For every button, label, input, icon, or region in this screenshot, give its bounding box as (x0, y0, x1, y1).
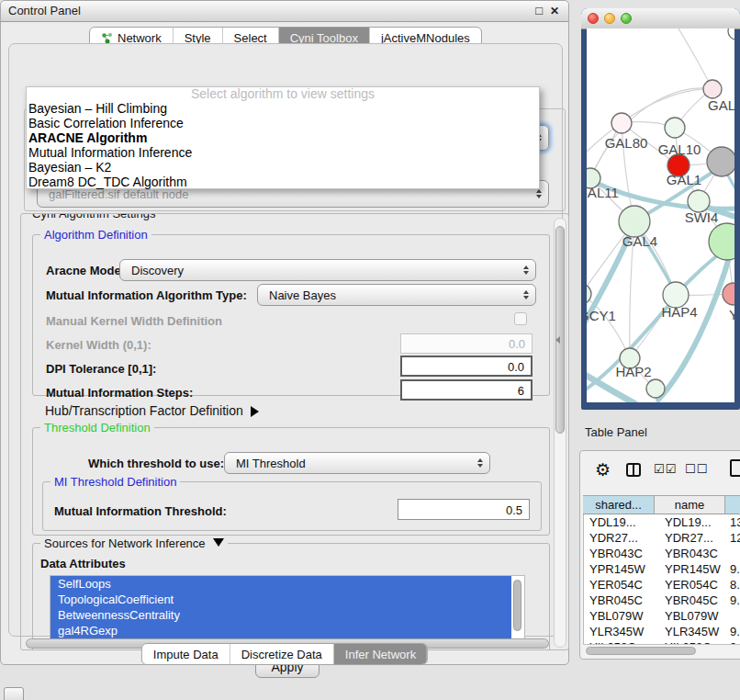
tab-label: Infer Network (345, 648, 416, 661)
table-row[interactable]: YBL079WYBL079W (584, 608, 740, 624)
network-edge[interactable] (678, 28, 712, 89)
tab-infer-network[interactable]: Infer Network (334, 644, 427, 664)
attribute-item-selfloops[interactable]: SelfLoops (50, 576, 511, 592)
gear-icon[interactable]: ⚙ (595, 460, 611, 480)
table-row[interactable]: YBR043CYBR043C (584, 546, 740, 561)
attribute-item-gal4rgexp[interactable]: gal4RGexp (50, 623, 511, 638)
network-node-gal[interactable] (703, 80, 722, 98)
mi-steps-label: Mutual Information Steps: (46, 386, 193, 400)
combo-spinner-icon (477, 458, 483, 468)
network-edge[interactable] (658, 249, 732, 400)
settings-vscroll-thumb[interactable] (555, 226, 565, 434)
manual-kernel-label: Manual Kernel Width Definition (46, 314, 222, 328)
algorithm-option-aracne-algorithm[interactable]: ARACNE Algorithm (27, 130, 539, 145)
float-window-icon[interactable]: □ (535, 1, 543, 21)
cyni-toolbox-panel: galFiltered.sif default node Select algo… (8, 43, 563, 637)
mi-threshold-definition-group: MI Threshold Definition Mutual Informati… (42, 481, 542, 531)
data-attributes-list[interactable]: SelfLoopsTopologicalCoefficientBetweenne… (50, 575, 525, 639)
network-tab-icon (101, 32, 113, 44)
table-row[interactable]: YBR045CYBR045C9. (584, 593, 740, 608)
kernel-width-label: Kernel Width (0,1): (46, 338, 151, 352)
tab-label: Discretize Data (241, 648, 322, 661)
table-toolbar: ⚙ ☑☑ ☐☐ (580, 455, 740, 490)
which-threshold-combo[interactable]: MI Threshold (224, 452, 490, 474)
expander-arrow-icon (251, 406, 259, 417)
kernel-width-value: 0.0 (509, 337, 525, 351)
network-node-gal80[interactable] (611, 113, 632, 133)
aracne-mode-combo[interactable]: Discovery (119, 259, 536, 281)
table-cell: YDR27... (656, 530, 726, 546)
sources-group-title: Sources for Network Inference (40, 536, 228, 550)
mi-threshold-field[interactable]: 0.5 (398, 499, 530, 520)
new-table-icon[interactable] (730, 459, 740, 477)
network-node-gal4[interactable] (619, 206, 650, 237)
mac-zoom-icon[interactable] (621, 13, 632, 24)
table-cell: YLR345W (584, 624, 656, 639)
table-cell: YLR345W (656, 624, 726, 639)
network-node[interactable] (709, 223, 734, 260)
table-row[interactable]: YLR345WYLR345W9. (584, 624, 740, 639)
attr-list-scrollbar[interactable] (513, 580, 521, 631)
algorithm-option-dream8-dc-tdc-algorithm[interactable]: Dream8 DC_TDC Algorithm (27, 175, 539, 189)
close-icon[interactable]: ✕ (550, 1, 559, 21)
collapse-arrow-icon[interactable] (213, 538, 224, 547)
tab-discretize-data[interactable]: Discretize Data (230, 644, 334, 664)
algorithm-option-basic-correlation-inference[interactable]: Basic Correlation Inference (27, 116, 539, 130)
network-node[interactable] (646, 379, 665, 398)
table-hscrollbar[interactable] (583, 644, 740, 657)
algorithm-option-bayesian-k2[interactable]: Bayesian – K2 (27, 160, 539, 175)
mi-steps-field[interactable]: 6 (400, 379, 533, 401)
tab-impute-data[interactable]: Impute Data (142, 644, 230, 664)
mac-close-icon[interactable] (588, 13, 599, 24)
mac-minimize-icon[interactable] (604, 13, 615, 24)
column-header-name[interactable]: name (655, 495, 725, 514)
algorithm-dropdown-list: Bayesian – Hill ClimbingBasic Correlatio… (27, 101, 539, 189)
hub-definition-expander[interactable]: Hub/Transcription Factor Definition (45, 403, 259, 418)
dpi-tolerance-value: 0.0 (508, 359, 524, 373)
checked-columns-icon[interactable]: ☑☑ (654, 462, 677, 476)
table-cell: YPR145W (584, 561, 656, 577)
manual-kernel-checkbox[interactable] (514, 312, 527, 325)
status-mini-button[interactable] (4, 687, 24, 700)
dpi-tolerance-label: DPI Tolerance [0,1]: (46, 362, 156, 376)
mi-type-combo[interactable]: Naive Bayes (257, 284, 536, 306)
network-edge[interactable] (622, 89, 712, 123)
control-panel-titlebar[interactable]: Control Panel □ ✕ (1, 1, 568, 22)
network-node-y[interactable] (723, 283, 734, 305)
table-row[interactable]: YDR27...YDR27...12 (584, 530, 740, 546)
cyni-algorithm-settings-group: Cyni Algorithm Settings Algorithm Defini… (20, 213, 569, 650)
network-window-titlebar[interactable] (581, 8, 740, 29)
table-hscroll-thumb[interactable] (586, 647, 696, 655)
column-header-shared[interactable]: shared... (583, 495, 655, 514)
algorithm-option-mutual-information-inference[interactable]: Mutual Information Inference (27, 145, 539, 160)
network-node[interactable] (728, 28, 734, 40)
dpi-tolerance-field[interactable]: 0.0 (400, 356, 533, 377)
which-threshold-label: Which threshold to use: (88, 457, 224, 470)
node-label-y: Y (729, 307, 734, 322)
mi-threshold-definition-title: MI Threshold Definition (50, 475, 180, 489)
table-cell: 12 (726, 530, 740, 546)
column-header-clipped[interactable] (725, 495, 740, 514)
mi-threshold-label: Mutual Information Threshold: (54, 504, 227, 518)
network-node[interactable] (707, 147, 734, 176)
node-label-gal10: GAL10 (658, 141, 701, 157)
splitter-grip-icon[interactable] (555, 336, 560, 344)
table-cell: 9. (726, 624, 740, 639)
attribute-item-topologicalcoefficient[interactable]: TopologicalCoefficient (50, 592, 511, 607)
settings-vscrollbar[interactable] (554, 218, 566, 648)
data-attributes-label: Data Attributes (40, 557, 126, 570)
table-row[interactable]: YPR145WYPR145W9. (584, 561, 740, 577)
algorithm-option-bayesian-hill-climbing[interactable]: Bayesian – Hill Climbing (27, 101, 539, 116)
table-cell: YBR043C (584, 546, 656, 561)
table-cell: YDL19... (656, 514, 726, 530)
kernel-width-field[interactable]: 0.0 (400, 333, 533, 354)
hub-definition-label: Hub/Transcription Factor Definition (45, 403, 243, 418)
unchecked-columns-icon[interactable]: ☐☐ (685, 462, 708, 476)
table-cell: 9. (726, 593, 740, 608)
columns-icon[interactable] (626, 463, 641, 477)
network-node-gal10[interactable] (665, 118, 685, 138)
network-canvas[interactable]: GALGAL80GAL10GAL1GAL11SWI4GAL4GCY1HAP4YH… (587, 28, 734, 402)
table-row[interactable]: YDL19...YDL19...13 (584, 514, 740, 530)
table-row[interactable]: YER054CYER054C8. (584, 577, 740, 593)
attribute-item-betweennesscentrality[interactable]: BetweennessCentrality (50, 607, 511, 623)
